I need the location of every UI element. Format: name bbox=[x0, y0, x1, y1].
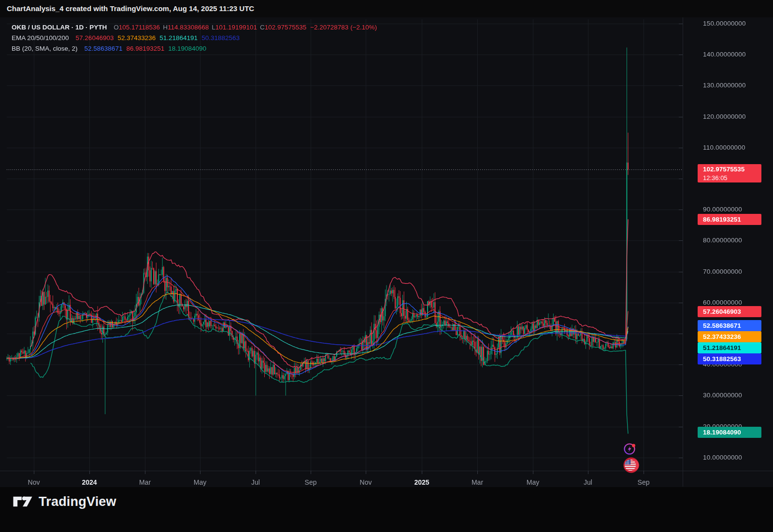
time-label: Mar bbox=[139, 478, 151, 486]
price-scale[interactable]: 150.00000000140.00000000130.00000000120.… bbox=[683, 17, 773, 471]
lightning-event-icon[interactable] bbox=[623, 442, 637, 456]
price-tick: 110.00000000 bbox=[703, 144, 771, 152]
ema-value: 57.26046903 bbox=[76, 34, 114, 42]
ema-value: 52.37433236 bbox=[117, 34, 156, 42]
symbol-title[interactable]: OKB / US DOLLAR · 1D · PYTH bbox=[12, 24, 107, 31]
bb-value: 86.98193251 bbox=[126, 45, 164, 52]
ema-values: 57.2604690352.3743323651.2186419150.3188… bbox=[72, 34, 240, 42]
bb-upper-label: 86.98193251 bbox=[698, 214, 761, 225]
time-label: Mar bbox=[472, 478, 483, 486]
price-tick: 120.00000000 bbox=[703, 113, 771, 121]
time-label: Sep bbox=[305, 478, 317, 486]
price-tick: 130.00000000 bbox=[703, 82, 771, 89]
price-tick: 150.00000000 bbox=[703, 20, 771, 28]
time-label: Sep bbox=[638, 478, 650, 486]
tradingview-logo-mark bbox=[13, 493, 33, 510]
bb-row: BB (20, SMA, close, 2)52.5863867186.9819… bbox=[12, 43, 377, 54]
price-tick: 30.00000000 bbox=[703, 392, 771, 399]
ohlc-value: 102.97575535 bbox=[265, 24, 306, 31]
bar-countdown: 12:36:05 bbox=[703, 174, 761, 182]
legend: OKB / US DOLLAR · 1D · PYTHO105.17118536… bbox=[12, 22, 377, 54]
bb-basis-label: 52.58638671 bbox=[698, 320, 761, 331]
bb-value: 18.19084090 bbox=[168, 45, 206, 52]
ema-value: 50.31882563 bbox=[201, 34, 240, 42]
snapshot-title-bar: ChartAnalysis_4 created with TradingView… bbox=[0, 0, 773, 17]
tradingview-logo-text: TradingView bbox=[39, 494, 116, 509]
ema-value: 51.21864191 bbox=[159, 34, 198, 42]
time-label: Jul bbox=[251, 478, 260, 486]
us-flag-event-icon[interactable] bbox=[623, 457, 640, 474]
ema-indicator-label[interactable]: EMA 20/50/100/200 bbox=[12, 34, 69, 42]
ema20-label: 57.26046903 bbox=[698, 306, 761, 317]
ohlc-values: O105.17118536H114.83308668L101.19199101C… bbox=[111, 24, 377, 31]
ohlc-letter: H bbox=[163, 24, 168, 31]
time-label: Nov bbox=[360, 478, 372, 486]
bb-values: 52.5863867186.9819325118.19084090 bbox=[81, 45, 207, 52]
price-tick: 140.00000000 bbox=[703, 51, 771, 58]
snapshot-title-text: ChartAnalysis_4 created with TradingView… bbox=[7, 4, 254, 13]
ohlc-letter: C bbox=[260, 24, 265, 31]
bb-lower-label: 18.19084090 bbox=[698, 427, 761, 438]
time-label: Jul bbox=[584, 478, 592, 486]
ohlc-letter: L bbox=[212, 24, 215, 31]
price-tick: 60.00000000 bbox=[703, 299, 771, 307]
ema200-label: 50.31882563 bbox=[698, 353, 761, 364]
price-tick: 10.00000000 bbox=[703, 454, 771, 462]
price-tick: 90.00000000 bbox=[703, 206, 771, 213]
ohlc-value: 114.83308668 bbox=[168, 24, 209, 31]
ohlc-value: 101.19199101 bbox=[215, 24, 257, 31]
time-label: May bbox=[527, 478, 539, 486]
ohlc-value: 105.17118536 bbox=[119, 24, 160, 31]
ema100-label: 51.21864191 bbox=[698, 342, 761, 353]
time-label: 2024 bbox=[82, 478, 97, 486]
ema-row: EMA 20/50/100/20057.2604690352.374332365… bbox=[12, 33, 377, 43]
symbol-row: OKB / US DOLLAR · 1D · PYTHO105.17118536… bbox=[12, 22, 377, 33]
tradingview-logo[interactable]: TradingView bbox=[13, 493, 116, 510]
price-tick: 70.00000000 bbox=[703, 268, 771, 276]
bb-value: 52.58638671 bbox=[85, 45, 123, 52]
bb-indicator-label[interactable]: BB (20, SMA, close, 2) bbox=[12, 45, 78, 52]
time-label: 2025 bbox=[414, 478, 429, 486]
ohlc-letter: O bbox=[114, 24, 119, 31]
change-value: −2.20728783 (−2.10%) bbox=[310, 24, 377, 31]
time-label: Nov bbox=[28, 478, 40, 486]
last-price-label: 102.9757553512:36:05 bbox=[698, 164, 761, 182]
price-tick: 80.00000000 bbox=[703, 237, 771, 244]
price-chart-canvas[interactable] bbox=[0, 17, 773, 487]
ema50-label: 52.37433236 bbox=[698, 331, 761, 342]
time-label: May bbox=[194, 478, 206, 486]
